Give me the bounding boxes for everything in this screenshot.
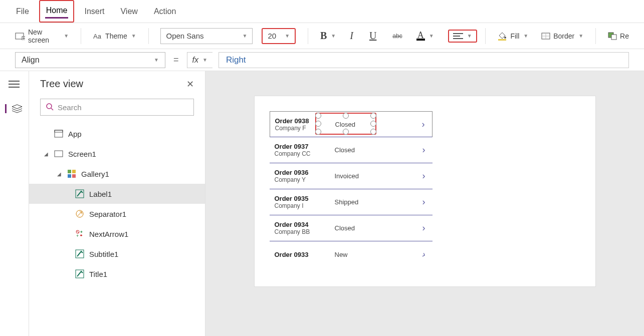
gallery-row[interactable]: Order 0936 Company Y Invoiced › <box>270 163 433 189</box>
font-color-icon: A <box>416 32 425 41</box>
fx-button[interactable]: fx ▼ <box>187 52 212 68</box>
canvas[interactable]: Order 0938 Company F Closed › <box>205 71 644 336</box>
gallery-row[interactable]: Order 0937 Company CC Closed › <box>270 137 433 163</box>
row-status: Closed <box>335 146 355 154</box>
reorder-button[interactable]: Re <box>608 32 629 40</box>
separator <box>595 28 596 44</box>
theme-button[interactable]: Aa Theme ▼ <box>93 32 136 40</box>
row-status: Closed <box>335 224 355 232</box>
tree-item-app[interactable]: App <box>29 124 205 144</box>
chevron-down-icon: ▼ <box>64 33 69 39</box>
tree-item-label1[interactable]: Label1 <box>29 184 205 204</box>
tab-view[interactable]: View <box>119 5 138 18</box>
row-subtitle: Company I <box>275 202 309 209</box>
hamburger-button[interactable] <box>9 80 21 89</box>
tree-item-label: Screen1 <box>68 150 96 158</box>
formula-value: Right <box>226 55 246 65</box>
font-color-button[interactable]: A ▼ <box>416 32 434 41</box>
svg-rect-24 <box>72 170 76 173</box>
tree-view-panel: Tree view ✕ Search App ◢ Screen <box>29 71 205 336</box>
screen-preview[interactable]: Order 0938 Company F Closed › <box>255 96 595 286</box>
tree-item-label: Label1 <box>89 190 112 198</box>
close-panel-button[interactable]: ✕ <box>186 79 194 90</box>
next-arrow-icon[interactable]: › <box>422 171 425 181</box>
font-family-value: Open Sans <box>166 32 203 40</box>
chevron-down-icon: ▼ <box>131 33 136 39</box>
svg-rect-21 <box>55 130 63 132</box>
tree-view-rail-button[interactable] <box>5 104 17 113</box>
svg-rect-9 <box>498 39 506 41</box>
tab-file[interactable]: File <box>15 5 30 18</box>
underline-button[interactable]: U <box>369 30 376 42</box>
font-family-select[interactable]: Open Sans ▼ <box>160 28 253 44</box>
row-subtitle: Company CC <box>275 150 311 157</box>
row-status[interactable]: Closed <box>335 121 355 128</box>
collapse-caret-icon[interactable]: ◢ <box>44 151 49 157</box>
label-icon <box>75 249 84 258</box>
next-arrow-icon[interactable]: › <box>422 197 425 207</box>
property-select[interactable]: Align ▼ <box>15 52 165 68</box>
italic-button[interactable]: I <box>350 30 353 42</box>
search-icon <box>46 103 54 112</box>
svg-point-8 <box>504 37 506 39</box>
gallery-row[interactable]: Order 0934 Company BB Closed › <box>270 215 433 241</box>
collapse-caret-icon[interactable]: ◢ <box>57 171 62 177</box>
tree-item-nextarrow1[interactable]: + NextArrow1 <box>29 224 205 244</box>
label-icon <box>75 269 84 278</box>
font-size-select[interactable]: 20 ▼ <box>262 28 296 44</box>
next-arrow-icon[interactable]: › <box>422 119 425 130</box>
svg-rect-20 <box>55 130 63 137</box>
gallery-preview[interactable]: Order 0938 Company F Closed › <box>270 111 433 267</box>
tree-item-label: Subtitle1 <box>89 250 118 258</box>
row-status: Shipped <box>335 198 359 206</box>
next-arrow-icon[interactable]: › <box>420 249 427 260</box>
align-icon <box>453 33 463 40</box>
row-subtitle: Company Y <box>275 176 309 183</box>
separator <box>148 28 149 44</box>
search-placeholder: Search <box>58 103 82 112</box>
separator <box>81 28 81 44</box>
row-title: Order 0934 <box>275 221 310 228</box>
tab-insert[interactable]: Insert <box>83 5 105 18</box>
tree-list: App ◢ Screen1 ◢ Gallery1 Lab <box>29 121 205 336</box>
tree-item-separator1[interactable]: Separator1 <box>29 204 205 224</box>
gallery-row[interactable]: Order 0935 Company I Shipped › <box>270 189 433 215</box>
formula-input[interactable]: Right <box>219 52 629 68</box>
border-button[interactable]: Border ▼ <box>541 32 583 40</box>
row-title: Order 0933 <box>275 251 309 258</box>
equals-label: = <box>173 55 179 65</box>
tree-item-label: Title1 <box>89 270 107 278</box>
gallery-icon <box>67 169 76 178</box>
bold-button[interactable]: B ▼ <box>320 30 336 42</box>
formula-bar: Align ▼ = fx ▼ Right <box>0 49 644 71</box>
tab-action[interactable]: Action <box>153 5 177 18</box>
new-screen-button[interactable]: New screen ▼ <box>15 28 69 44</box>
border-icon <box>541 33 550 40</box>
svg-text:Aa: Aa <box>93 33 102 40</box>
tree-search-input[interactable]: Search <box>40 99 194 116</box>
next-arrow-icon[interactable]: › <box>422 145 425 155</box>
align-button[interactable]: ▼ <box>453 33 472 40</box>
theme-icon: Aa <box>93 32 102 40</box>
tree-item-gallery1[interactable]: ◢ Gallery1 <box>29 164 205 184</box>
separator <box>308 28 308 44</box>
tree-item-label: NextArrow1 <box>89 230 128 238</box>
font-size-value: 20 <box>268 32 276 40</box>
gallery-row[interactable]: Order 0933 New › <box>270 241 433 267</box>
tree-item-title1[interactable]: Title1 <box>29 264 205 284</box>
svg-rect-25 <box>68 174 71 178</box>
chevron-down-icon: ▼ <box>243 33 248 39</box>
fill-icon <box>497 32 507 41</box>
next-arrow-icon[interactable]: › <box>422 223 425 233</box>
chevron-down-icon: ▼ <box>523 33 528 39</box>
separator-icon <box>75 209 84 218</box>
tree-item-subtitle1[interactable]: Subtitle1 <box>29 244 205 264</box>
tree-item-screen1[interactable]: ◢ Screen1 <box>29 144 205 164</box>
chevron-down-icon: ▼ <box>578 33 583 39</box>
gallery-row[interactable]: Order 0938 Company F Closed › <box>270 111 433 137</box>
tree-item-label: Gallery1 <box>81 170 109 178</box>
strikethrough-button[interactable]: abc <box>392 33 402 40</box>
tab-home[interactable]: Home <box>45 4 69 19</box>
fill-button[interactable]: Fill ▼ <box>497 32 528 41</box>
svg-point-18 <box>47 104 52 109</box>
